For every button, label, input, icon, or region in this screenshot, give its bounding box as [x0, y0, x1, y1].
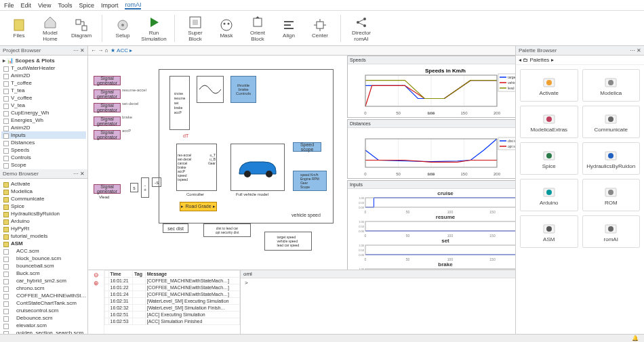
oml-console[interactable]: oml > — [240, 270, 515, 334]
sec-dist-block[interactable]: sec dist — [163, 223, 188, 233]
palette-item-modelica[interactable]: Modelica — [582, 69, 641, 102]
mask-button[interactable]: Mask — [213, 13, 240, 44]
tree-item[interactable]: Inputs — [1, 131, 86, 139]
signal-generator-block[interactable]: Signal generator — [94, 89, 121, 99]
controller-block[interactable]: res-accelset-decelcancelbrakeaccPspeedts… — [176, 144, 217, 191]
signal-generator-block[interactable]: Signal generator — [94, 184, 121, 194]
zoom-in-icon[interactable]: ⊕ — [94, 280, 99, 286]
model-tab[interactable]: ★ ACC ▸ — [110, 47, 132, 54]
tree-folder[interactable]: HyPyRt — [1, 225, 86, 232]
tree-item[interactable]: ACC.scm — [1, 247, 86, 255]
palette-item-modelicaextras[interactable]: ModelicaExtras — [520, 106, 578, 138]
road-grade-block[interactable]: ▸ Road Grade ▸ — [180, 202, 217, 211]
palette-item-communicate[interactable]: Communicate — [582, 106, 641, 138]
signal-generator-block[interactable]: Signal generator — [94, 130, 121, 140]
tree-folder[interactable]: Modelica — [1, 188, 86, 195]
run-button[interactable]: RunSimulation — [140, 13, 167, 44]
palette-item-arduino[interactable]: Arduino — [520, 179, 578, 211]
sine-display-block[interactable] — [197, 76, 224, 103]
tree-folder[interactable]: HydraulicsByRuidon — [1, 210, 86, 217]
signal-generator-block[interactable]: Signal generator — [94, 76, 121, 85]
tree-item[interactable]: golden_section_search.scm — [1, 329, 86, 334]
tree-item[interactable]: Controls — [1, 154, 86, 161]
bell-icon[interactable]: 🔔 — [632, 335, 639, 341]
tree-item[interactable]: bounceball.scm — [1, 262, 86, 270]
signal-generator-block[interactable]: Signal generator — [94, 103, 121, 112]
panel-close-icon[interactable]: ⋯ ✕ — [73, 47, 85, 54]
menu-import[interactable]: Import — [101, 2, 119, 9]
tree-item[interactable]: T_outWaterHeater — [1, 64, 86, 72]
tree-item[interactable]: COFFEE_MACHINEwithSt… — [1, 292, 86, 299]
mux-block[interactable]: cruiseresumesetbrakeaccP — [169, 76, 190, 130]
super-block-button[interactable]: Super Block — [182, 13, 209, 44]
speeds-mux-block[interactable]: target speedvehicle speedlead car speed — [264, 232, 312, 251]
tree-folder[interactable]: tutorial_models — [1, 232, 86, 240]
tree-folder[interactable]: Communicate — [1, 195, 86, 202]
tree-item[interactable]: Buck.scm — [1, 270, 86, 277]
tree-item[interactable]: Scope — [1, 161, 86, 169]
tree-item[interactable]: cruisecontrol.scm — [1, 307, 86, 314]
tree-item[interactable]: Energies_Wh — [1, 116, 86, 124]
gain-block[interactable]: s — [130, 183, 138, 192]
palette-item-asm[interactable]: ASM — [520, 215, 578, 248]
controls-scope[interactable]: throttlebrakeControls — [230, 76, 256, 103]
diagram-button[interactable]: Diagram — [68, 13, 95, 44]
tree-item[interactable]: Distances — [1, 139, 86, 146]
palette-item-romai[interactable]: romAI — [582, 215, 641, 248]
panel-close-icon[interactable]: ⋯ ✕ — [630, 47, 641, 54]
svg-point-4 — [121, 24, 124, 26]
diagram-canvas[interactable]: Signal generatorSignal generatorSignal g… — [88, 56, 515, 270]
speed-scope[interactable]: Speed scope — [293, 142, 321, 152]
menu-tools[interactable]: Tools — [58, 2, 72, 9]
chart-window[interactable]: Speeds▢ ▢ ✕050100150200timetarget speedv… — [347, 56, 515, 118]
tree-folder[interactable]: Activate — [1, 180, 86, 188]
panel-close-icon[interactable]: ⋯ ✕ — [73, 171, 85, 177]
vehicle-model-block[interactable] — [230, 144, 285, 191]
tree-item[interactable]: Debounce.scm — [1, 314, 86, 322]
tree-item[interactable]: Anim2D — [1, 124, 86, 131]
chart-window[interactable]: Inputs▢ ▢ ✕cruise0501001502000.000.501.0… — [347, 180, 515, 270]
tree-item[interactable]: Speeds — [1, 146, 86, 154]
demux-block[interactable]: dist to lead caropt security dist — [203, 223, 251, 237]
tree-item[interactable]: car_hybrid_sm2.scm — [1, 277, 86, 284]
tree-folder[interactable]: Spice — [1, 202, 86, 210]
tree-item[interactable]: elevator.scm — [1, 322, 86, 329]
svg-text:0.50: 0.50 — [359, 201, 365, 205]
palette-item-hydraulicsbyruidon[interactable]: HydraulicsByRuidon — [582, 142, 641, 175]
tree-item[interactable]: T_tea — [1, 87, 86, 94]
sum-block[interactable]: -+ — [141, 177, 149, 198]
signal-generator-block[interactable]: Signal generator — [94, 116, 121, 126]
setup-button[interactable]: Setup — [109, 13, 136, 44]
menu-edit[interactable]: Edit — [21, 2, 32, 9]
menu-file[interactable]: File — [4, 2, 14, 9]
center-button[interactable]: Center — [306, 13, 334, 44]
model-home-button[interactable]: ModelHome — [37, 13, 64, 44]
gain-block[interactable]: -s — [152, 177, 161, 187]
message-log[interactable]: TimeTagMessage16:01:21[COFFEE_MACHINEwit… — [104, 270, 240, 334]
zoom-out-icon[interactable]: ⊖ — [94, 272, 99, 278]
tree-item[interactable]: ContStateChartTank.scm — [1, 299, 86, 307]
demo-browser-tree[interactable]: ActivateModelicaCommunicateSpiceHydrauli… — [0, 179, 87, 334]
align-button[interactable]: Align — [275, 13, 302, 44]
chart-window[interactable]: Distances▢ ▢ ✕050100150200timedist to le… — [347, 119, 515, 179]
menu-spice[interactable]: Spice — [79, 2, 94, 9]
orient-block-button[interactable]: OrientBlock — [244, 13, 271, 44]
files-button[interactable]: Files — [5, 13, 33, 44]
director-romai-button[interactable]: DirectorromAI — [348, 13, 375, 44]
tree-folder[interactable]: Arduino — [1, 217, 86, 225]
project-browser-tree[interactable]: ▸ 📊 Scopes & PlotsT_outWaterHeaterAnim2D… — [0, 56, 87, 169]
tree-item[interactable]: Anim2D — [1, 72, 86, 79]
tree-item[interactable]: block_bounce.scm — [1, 255, 86, 262]
menu-romai[interactable]: romAI — [125, 1, 141, 9]
tree-item[interactable]: V_coffee — [1, 94, 86, 102]
palette-item-activate[interactable]: Activate — [520, 69, 578, 102]
tree-item[interactable]: CupEnergy_Wh — [1, 109, 86, 116]
tree-item[interactable]: chrono.scm — [1, 284, 86, 292]
tree-item[interactable]: SM CC — [1, 169, 86, 169]
palette-item-spice[interactable]: Spice — [520, 142, 578, 175]
menu-view[interactable]: View — [38, 2, 51, 9]
tree-item[interactable]: T_coffee — [1, 79, 86, 87]
tree-item[interactable]: V_tea — [1, 102, 86, 109]
palette-item-rom[interactable]: ROM — [582, 179, 641, 211]
output-scope[interactable]: speed Km/hEngine RPMGearScope — [293, 171, 327, 191]
